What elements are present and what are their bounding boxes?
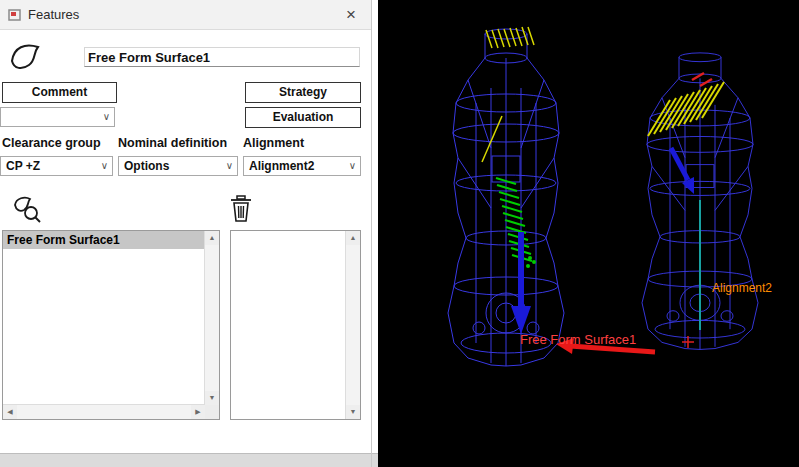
chevron-down-icon: ∨ [103,108,110,126]
comment-button[interactable]: Comment [2,82,117,103]
scroll-down-icon[interactable]: ▼ [346,405,360,419]
application-window: Features × Comment Strategy Evaluation ∨… [0,0,799,467]
nominal-definition-dropdown[interactable]: Options ∨ [118,156,238,176]
feature-list-item-selected[interactable]: Free Form Surface1 [3,231,205,249]
clearance-group-dropdown[interactable]: CP +Z ∨ [0,156,113,176]
secondary-list-content [231,231,346,419]
alignment-dropdown[interactable]: Alignment2 ∨ [243,156,361,176]
probe-vectors-yellow-right [648,82,724,136]
chevron-down-icon: ∨ [101,157,108,175]
close-icon[interactable]: × [339,3,363,27]
feature-name-input[interactable] [84,47,360,67]
dialog-title: Features [28,7,79,22]
feature-list-content: Free Form Surface1 [3,231,205,405]
scroll-up-icon[interactable]: ▲ [205,231,219,245]
scroll-down-icon[interactable]: ▼ [205,391,219,405]
secondary-list-vscrollbar[interactable]: ▲ ▼ [345,231,360,419]
chevron-down-icon: ∨ [226,157,233,175]
nominal-marks-red [692,73,712,86]
viewport-3d[interactable]: Free Form Surface1 Alignment2 [378,0,799,467]
nominal-definition-label: Nominal definition [118,136,227,150]
nominal-definition-value: Options [124,159,169,173]
scroll-left-icon[interactable]: ◀ [3,405,17,419]
bottom-strip [0,453,378,467]
normal-arrow-blue-right [671,148,694,194]
scroll-up-icon[interactable]: ▲ [346,231,360,245]
clearance-group-value: CP +Z [6,159,40,173]
delete-icon-button[interactable] [228,194,254,224]
features-dialog: Features × Comment Strategy Evaluation ∨… [0,0,378,467]
features-dialog-icon [8,8,22,22]
secondary-list[interactable]: ▲ ▼ [230,230,361,420]
panel-divider [371,0,372,467]
viewport-alignment-label[interactable]: Alignment2 [712,281,772,295]
clearance-group-label: Clearance group [2,136,101,150]
freeform-surface-icon [8,40,44,72]
comment-dropdown[interactable]: ∨ [0,107,115,127]
wireframe-model-left [448,29,564,366]
viewport-feature-label[interactable]: Free Form Surface1 [520,332,636,347]
alignment-value: Alignment2 [249,159,314,173]
strategy-button[interactable]: Strategy [245,82,361,103]
chevron-down-icon: ∨ [349,157,356,175]
scrollbar-corner [205,405,219,419]
feature-list[interactable]: Free Form Surface1 ▲ ▼ ◀ ▶ [2,230,220,420]
feature-list-hscrollbar[interactable]: ◀ ▶ [3,404,205,419]
feature-list-vscrollbar[interactable]: ▲ ▼ [204,231,219,405]
evaluation-button[interactable]: Evaluation [245,107,361,128]
dialog-titlebar: Features × [0,0,371,30]
alignment-label: Alignment [243,136,304,150]
scroll-right-icon[interactable]: ▶ [191,405,205,419]
feature-recall-icon-button[interactable] [12,194,42,224]
